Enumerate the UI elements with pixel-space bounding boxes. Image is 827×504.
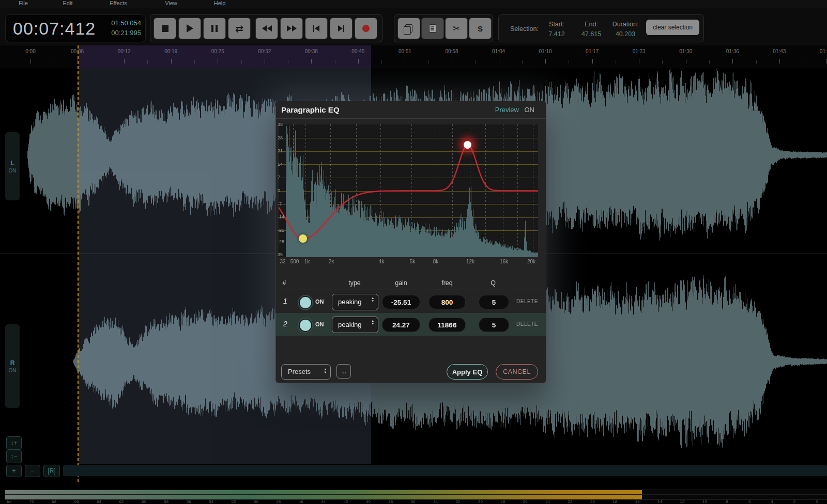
rewind-button[interactable] bbox=[255, 18, 278, 39]
loop-button[interactable]: ⇄ bbox=[228, 18, 251, 39]
zoom-in-button[interactable]: + bbox=[6, 465, 22, 477]
presets-more-button[interactable]: ... bbox=[336, 364, 351, 379]
time-display: 00:07:412 01:50:054 00:21:995 bbox=[5, 14, 146, 42]
eq-dialog-header: Paragraphic EQ Preview ON bbox=[276, 101, 546, 119]
meter-scale-label: 36 bbox=[411, 499, 416, 504]
menu-effects[interactable]: Effects bbox=[110, 0, 127, 6]
meter-scale-label: 4 bbox=[771, 499, 773, 504]
eq-col-type: type bbox=[348, 279, 361, 287]
menu-help[interactable]: Help bbox=[214, 0, 226, 6]
band-type-value: peaking bbox=[338, 298, 362, 306]
eq-graph-canvas[interactable] bbox=[279, 124, 538, 257]
fast-forward-button[interactable] bbox=[280, 18, 303, 39]
total-time: 01:50:054 bbox=[111, 19, 141, 27]
toolbar: 00:07:412 01:50:054 00:21:995 ⇄ ✂ S bbox=[0, 8, 827, 45]
meter-scale-label: 0 bbox=[816, 499, 818, 504]
save-button[interactable]: S bbox=[469, 18, 492, 39]
band-delete-button[interactable]: DELETE bbox=[516, 321, 538, 327]
apply-eq-button[interactable]: Apply EQ bbox=[447, 364, 488, 380]
left-channel-on-toggle[interactable]: ON bbox=[9, 168, 17, 174]
level-meter-right bbox=[5, 495, 827, 499]
band-freq-input[interactable]: 11866 bbox=[428, 318, 466, 332]
fast-forward-icon bbox=[287, 25, 297, 32]
eq-y-tick: 0 bbox=[278, 188, 280, 193]
meter-scale-label: 32 bbox=[456, 499, 461, 504]
band-on-label: ON bbox=[315, 298, 324, 305]
menu-view[interactable]: View bbox=[165, 0, 177, 6]
amplitude-zoom-out-button[interactable]: ↕− bbox=[6, 450, 22, 463]
eq-col-q: Q bbox=[491, 279, 496, 287]
meter-scale-label: 8 bbox=[726, 499, 728, 504]
presets-select[interactable]: Presets ▴▾ bbox=[281, 364, 331, 380]
band-enable-toggle[interactable] bbox=[299, 319, 312, 332]
eq-band-row-2: 2 ON peaking ▴▾ 24.27 11866 5 DELETE bbox=[276, 313, 546, 336]
eq-preview-label[interactable]: Preview bbox=[495, 106, 519, 114]
left-channel-strip[interactable]: L ON bbox=[5, 132, 20, 200]
band-freq-input[interactable]: 800 bbox=[428, 295, 466, 309]
clear-selection-button[interactable]: clear selection bbox=[646, 20, 699, 35]
meter-scale-label: 68 bbox=[52, 499, 56, 504]
skip-to-start-button[interactable] bbox=[305, 18, 328, 39]
pause-button[interactable] bbox=[203, 18, 226, 39]
eq-x-tick: 2k bbox=[329, 259, 334, 264]
eq-col-index: # bbox=[283, 279, 286, 287]
paste-button[interactable] bbox=[421, 18, 444, 39]
copy-icon bbox=[405, 24, 412, 33]
band-gain-input[interactable]: 24.27 bbox=[382, 318, 420, 332]
save-icon: S bbox=[478, 24, 483, 33]
record-button[interactable] bbox=[355, 18, 377, 39]
playhead-cursor[interactable] bbox=[78, 45, 79, 482]
meter-scale-label: 54 bbox=[209, 499, 213, 504]
select-arrows-icon: ▴▾ bbox=[324, 368, 326, 374]
eq-table-header: # type gain freq Q bbox=[276, 279, 546, 290]
zoom-out-button[interactable]: − bbox=[25, 465, 40, 477]
right-channel-on-toggle[interactable]: ON bbox=[9, 368, 17, 373]
band-q-input[interactable]: 5 bbox=[479, 318, 509, 332]
stop-button[interactable] bbox=[154, 18, 176, 39]
eq-y-tick: 35 bbox=[278, 122, 283, 127]
clipboard-group: ✂ S bbox=[394, 14, 493, 42]
eq-x-tick: 16k bbox=[500, 259, 508, 264]
eq-y-tick: 7 bbox=[278, 175, 280, 180]
play-button[interactable] bbox=[178, 18, 201, 39]
skip-to-end-button[interactable] bbox=[330, 18, 353, 39]
amplitude-zoom-in-button[interactable]: ↕+ bbox=[6, 436, 22, 450]
cut-button[interactable]: ✂ bbox=[445, 18, 468, 39]
meter-scale-label: 2 bbox=[793, 499, 795, 504]
meter-scale-label: 50 bbox=[254, 499, 258, 504]
selection-end: End: 47.615 bbox=[576, 19, 606, 38]
meter-scale-label: 6 bbox=[748, 499, 751, 504]
eq-col-gain: gain bbox=[395, 279, 407, 287]
selection-start-label: Start: bbox=[549, 21, 564, 28]
eq-x-tick: 1k bbox=[304, 259, 310, 264]
pause-icon bbox=[211, 25, 218, 32]
transport-group: ⇄ bbox=[150, 14, 382, 42]
meter-scale-label: 40 bbox=[366, 499, 371, 504]
eq-band1-handle[interactable] bbox=[299, 234, 307, 243]
band-type-select[interactable]: peaking ▴▾ bbox=[332, 294, 378, 310]
level-meter-left-fill bbox=[5, 490, 642, 494]
band-type-select[interactable]: peaking ▴▾ bbox=[332, 317, 378, 333]
band-q-input[interactable]: 5 bbox=[479, 295, 509, 309]
eq-band2-handle[interactable] bbox=[464, 141, 471, 149]
band-enable-toggle[interactable] bbox=[299, 296, 312, 309]
selection-duration-value: 40.203 bbox=[608, 30, 642, 38]
right-channel-strip[interactable]: R ON bbox=[5, 324, 20, 408]
eq-x-tick: 5k bbox=[410, 259, 416, 264]
band-gain-input[interactable]: -25.51 bbox=[382, 295, 420, 309]
selection-info: Selection: Start: 7.412 End: 47.615 Dura… bbox=[498, 14, 704, 42]
horizontal-scrollbar[interactable] bbox=[63, 465, 827, 476]
eq-preview-toggle[interactable]: ON bbox=[525, 106, 535, 114]
zoom-reset-button[interactable]: [R] bbox=[43, 465, 60, 477]
meter-scale-label: 18 bbox=[612, 499, 617, 504]
level-meter-right-fill bbox=[5, 495, 642, 499]
meter-scale-label: 58 bbox=[164, 499, 169, 504]
menu-edit[interactable]: Edit bbox=[63, 0, 73, 6]
remaining-time: 00:21:995 bbox=[111, 29, 141, 37]
meter-scale-label: 10 bbox=[702, 499, 707, 504]
cancel-button[interactable]: CANCEL bbox=[496, 364, 538, 380]
menu-file[interactable]: File bbox=[19, 0, 28, 6]
band-delete-button[interactable]: DELETE bbox=[516, 298, 538, 304]
rewind-icon bbox=[262, 25, 272, 32]
copy-button[interactable] bbox=[397, 18, 420, 39]
